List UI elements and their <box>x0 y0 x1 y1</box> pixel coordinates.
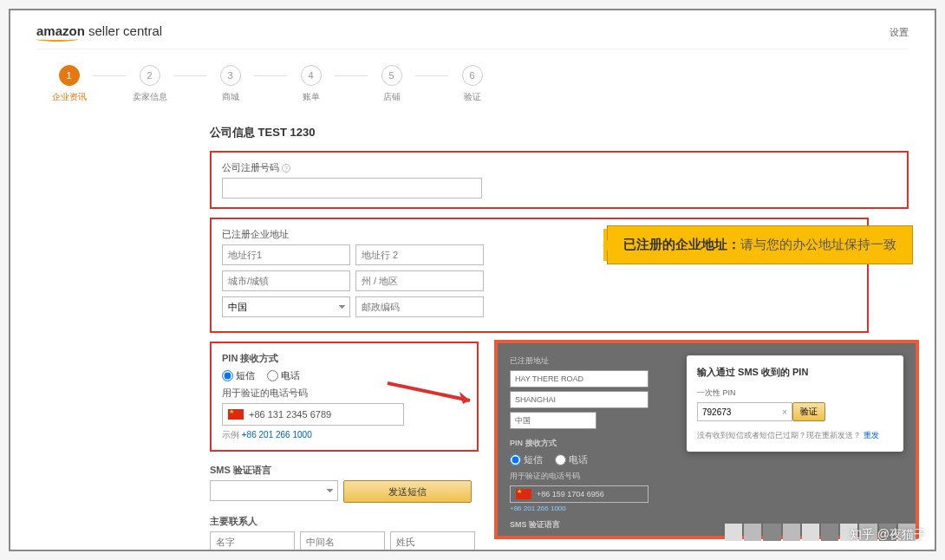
sms-language-select[interactable] <box>210 480 338 501</box>
inset-sms-radio: 短信 <box>510 453 543 466</box>
pin-method-box: PIN 接收方式 短信 电话 用于验证的电话号码 +86 131 2345 67… <box>210 342 479 452</box>
pin-popup: 输入通过 SMS 收到的 PIN 一次性 PIN × 验证 没有收到短信或者短信… <box>687 355 903 452</box>
middle-name-input[interactable] <box>300 531 385 551</box>
step-3[interactable]: 3商城 <box>206 65 254 103</box>
inset-phone: +86 159 1704 6956 <box>510 485 648 503</box>
reg-number-label: 公司注册号码? <box>222 161 896 174</box>
first-name-input[interactable] <box>210 531 295 551</box>
last-name-input[interactable] <box>390 531 475 551</box>
verify-pin-button[interactable]: 验证 <box>792 402 825 421</box>
clear-pin-icon[interactable]: × <box>782 407 787 417</box>
company-info-title: 公司信息 TEST 1230 <box>210 125 909 140</box>
postal-input[interactable] <box>355 296 484 317</box>
step-4[interactable]: 4账单 <box>287 65 335 103</box>
china-flag-icon <box>228 409 244 420</box>
step-1[interactable]: 1企业资讯 <box>45 65 93 103</box>
inset-addr1: HAY THERE ROAD <box>510 370 648 387</box>
reg-number-input[interactable] <box>222 178 482 199</box>
inset-call-radio: 电话 <box>555 453 588 466</box>
pin-entry-inset: 已注册地址 HAY THERE ROAD SHANGHAI 中国 PIN 接收方… <box>494 340 919 539</box>
pin-title: PIN 接收方式 <box>222 352 466 365</box>
inset-addr2: SHANGHAI <box>510 391 648 408</box>
city-input[interactable] <box>222 270 350 291</box>
address-line2-input[interactable] <box>355 244 484 265</box>
phone-input[interactable]: +86 131 2345 6789 <box>222 403 404 426</box>
country-select[interactable]: 中国 <box>222 296 350 317</box>
phone-label: 用于验证的电话号码 <box>222 387 466 400</box>
address-callout: 已注册的企业地址：请与您的办公地址保持一致 <box>607 225 913 264</box>
step-6[interactable]: 6验证 <box>448 65 496 103</box>
send-sms-button[interactable]: 发送短信 <box>343 480 472 503</box>
registration-number-box: 公司注册号码? <box>210 151 909 209</box>
china-flag-icon <box>516 489 531 499</box>
pin-code-input[interactable] <box>697 402 792 421</box>
settings-link[interactable]: 设置 <box>890 26 909 39</box>
region-input[interactable] <box>355 270 484 291</box>
progress-stepper: 1企业资讯2卖家信息3商城4账单5店铺6验证 <box>36 65 909 103</box>
step-2[interactable]: 2卖家信息 <box>126 65 173 103</box>
inset-country: 中国 <box>510 412 596 429</box>
address-line1-input[interactable] <box>222 244 350 265</box>
pin-call-radio[interactable]: 电话 <box>267 369 300 382</box>
watermark: 知乎 @夜猫子 <box>850 527 926 543</box>
logo: amazon seller central <box>36 23 162 42</box>
step-5[interactable]: 5店铺 <box>368 65 415 103</box>
pin-sms-radio[interactable]: 短信 <box>222 369 255 382</box>
phone-example: 示例 +86 201 266 1000 <box>222 429 466 441</box>
header: amazon seller central 设置 <box>36 23 909 49</box>
info-icon[interactable]: ? <box>282 164 290 173</box>
example-phone-link[interactable]: +86 201 266 1000 <box>242 430 312 440</box>
resend-link[interactable]: 重发 <box>864 431 879 440</box>
